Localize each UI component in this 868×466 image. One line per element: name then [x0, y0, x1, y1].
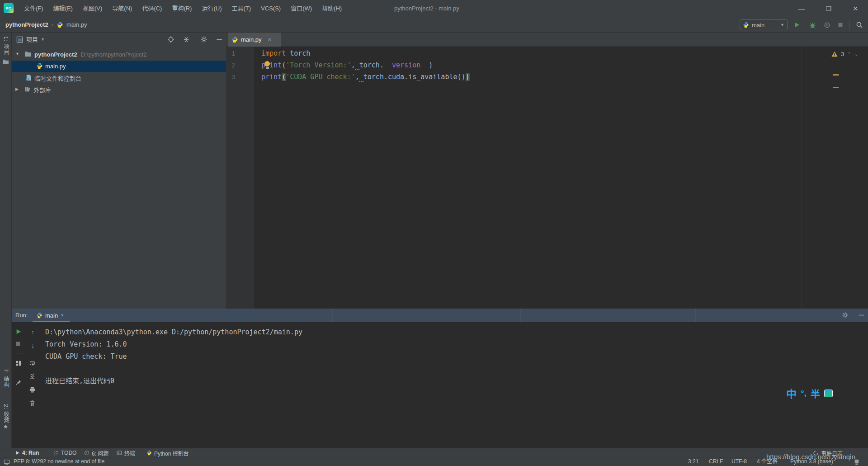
ime-width-mode[interactable]: 半	[811, 386, 820, 400]
coverage-button[interactable]	[823, 21, 831, 29]
star-icon[interactable]: ★	[3, 423, 8, 430]
code-token: torch.cuda.is_available()	[363, 73, 466, 81]
menu-edit[interactable]: 编辑(E)	[48, 0, 78, 17]
ime-punctuation-mode[interactable]: °,	[801, 388, 807, 398]
tree-row-main-py[interactable]: main.py	[12, 61, 226, 72]
run-tab-main[interactable]: main ×	[33, 309, 70, 322]
pycharm-logo-icon: PC	[4, 3, 14, 13]
locate-file-button[interactable]	[167, 36, 175, 43]
close-button[interactable]: ✕	[845, 0, 866, 17]
stripe-structure-button[interactable]: 7: 结构	[2, 369, 10, 388]
rerun-button[interactable]	[15, 328, 23, 336]
run-panel-label: Run:	[15, 309, 28, 322]
toolbar-button-todo-label: TODO	[61, 450, 76, 456]
menu-file[interactable]: 文件(F)	[19, 0, 48, 17]
menu-vcs[interactable]: VCS(S)	[256, 0, 286, 17]
prev-warning-chevron-icon[interactable]: ⌃	[847, 52, 851, 57]
statusbar-message[interactable]: PEP 8: W292 no newline at end of file	[14, 457, 104, 466]
stripe-favorites-button[interactable]: 2: 收藏	[2, 404, 10, 423]
project-panel-title[interactable]: 项目	[26, 33, 38, 47]
search-everywhere-icon[interactable]	[855, 21, 863, 29]
code-token: ,	[351, 61, 355, 69]
python-file-icon	[57, 21, 63, 28]
tree-row-project-root[interactable]: ▼ pythonProject2 D:\python\pythonProject…	[12, 49, 226, 60]
next-warning-chevron-icon[interactable]: ⌄	[854, 52, 858, 57]
menu-view[interactable]: 视图(V)	[78, 0, 107, 17]
navigation-toolbar: pythonProject2 › main.py main ▼	[0, 17, 868, 33]
menu-help[interactable]: 帮助(H)	[317, 0, 347, 17]
menu-run[interactable]: 运行(U)	[197, 0, 226, 17]
tool-window-toggle-icon[interactable]	[4, 459, 10, 465]
print-icon[interactable]	[29, 386, 37, 394]
hide-panel-button[interactable]	[216, 36, 223, 43]
ime-language-mode[interactable]: 中	[786, 385, 797, 401]
encoding-indicator[interactable]: UTF-8	[731, 457, 747, 466]
collapse-all-button[interactable]	[183, 36, 190, 43]
caret-position[interactable]: 3:21	[688, 457, 698, 466]
tree-row-scratches[interactable]: 临时文件和控制台	[12, 72, 226, 84]
tree-label-external-libraries: 外部库	[33, 86, 51, 94]
minimize-button[interactable]: —	[791, 0, 812, 17]
code-token: (	[282, 73, 286, 81]
menu-code[interactable]: 代码(C)	[137, 0, 167, 17]
editor-tab-main-py[interactable]: main.py ×	[228, 33, 281, 47]
warning-icon	[831, 51, 838, 57]
chevron-down-icon: ▼	[780, 23, 784, 27]
close-icon[interactable]: ×	[61, 312, 64, 319]
chevron-right-icon[interactable]: ▶	[15, 87, 19, 91]
stop-button[interactable]	[836, 21, 844, 29]
code-token: import	[261, 49, 286, 57]
run-button[interactable]	[793, 21, 801, 29]
code-token: )	[466, 73, 470, 81]
warning-count: 3	[841, 51, 844, 57]
scroll-to-end-button[interactable]	[29, 373, 37, 380]
stop-button[interactable]	[15, 341, 23, 349]
intention-bulb-icon[interactable]	[264, 61, 270, 69]
tree-row-external-libraries[interactable]: ▶ 外部库	[12, 84, 226, 95]
editor-tab-label: main.py	[241, 36, 262, 43]
down-stack-trace-button[interactable]: ↓	[29, 342, 37, 350]
stripe-project-button[interactable]: 1: 项目	[2, 36, 10, 55]
hide-panel-button[interactable]	[858, 312, 865, 319]
chevron-down-icon[interactable]: ▼	[15, 52, 19, 56]
restore-layout-button[interactable]	[15, 360, 23, 368]
python-file-icon	[231, 36, 238, 43]
toolbar-button-run[interactable]: 4: Run	[15, 448, 39, 457]
close-icon[interactable]: ×	[268, 36, 272, 43]
line-ending-indicator[interactable]: CRLF	[709, 457, 723, 466]
maximize-button[interactable]: ❐	[818, 0, 839, 17]
code-line-1[interactable]: import torch	[254, 48, 868, 59]
code-editing-surface[interactable]: import torch print('Torch Version:', tor…	[254, 47, 868, 309]
menu-window[interactable]: 窗口(W)	[286, 0, 317, 17]
folder-icon[interactable]	[2, 59, 9, 65]
toolbar-button-problems-label: 6: 问题	[92, 449, 108, 457]
breadcrumb-file[interactable]: main.py	[66, 21, 87, 28]
trash-icon[interactable]	[29, 400, 37, 408]
breadcrumb-project[interactable]: pythonProject2	[5, 21, 48, 28]
editor-area[interactable]: main.py × 1 2 3 import torch print('Torc…	[226, 33, 868, 309]
console-line-exit: 进程已结束,退出代码0	[45, 376, 114, 385]
toolbar-button-todo[interactable]: TODO	[53, 448, 76, 457]
soft-wrap-button[interactable]	[29, 360, 37, 368]
up-stack-trace-button[interactable]: ↑	[29, 328, 37, 336]
ime-status-widget[interactable]: 中 °, 半	[786, 385, 833, 401]
code-line-2[interactable]: print('Torch Version:', torch.__version_…	[254, 59, 868, 71]
gear-icon[interactable]	[200, 36, 208, 43]
inspections-widget[interactable]: 3 ⌃ ⌄	[831, 51, 858, 57]
code-line-3[interactable]: print('CUDA GPU check:', torch.cuda.is_a…	[254, 71, 868, 83]
menu-navigate[interactable]: 导航(N)	[107, 0, 137, 17]
ime-skin-icon[interactable]	[824, 390, 833, 397]
toolbar-button-problems[interactable]: 6: 问题	[84, 448, 108, 457]
debug-button[interactable]	[808, 21, 816, 29]
toolbar-button-python-console[interactable]: Python 控制台	[146, 448, 189, 457]
chevron-down-icon[interactable]: ▼	[41, 33, 45, 47]
warning-stripe-mark[interactable]	[833, 87, 839, 88]
pin-icon[interactable]	[15, 379, 23, 387]
menu-tools[interactable]: 工具(T)	[226, 0, 256, 17]
toolbar-button-terminal[interactable]: 终端	[117, 448, 135, 457]
run-configuration-select[interactable]: main ▼	[740, 19, 788, 30]
warning-stripe-mark[interactable]	[833, 74, 839, 76]
run-console[interactable]: ↑ ↓ D:\python\Anaconda3\python.exe D:/py…	[12, 322, 868, 448]
gear-icon[interactable]	[842, 312, 849, 319]
menu-refactor[interactable]: 重构(R)	[167, 0, 197, 17]
